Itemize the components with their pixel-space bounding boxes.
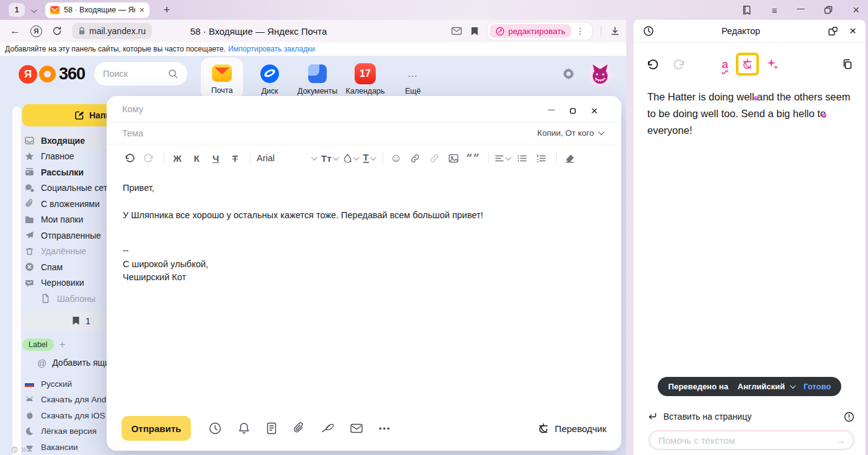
envelope-options-icon[interactable] xyxy=(350,423,363,434)
refresh-icon[interactable] xyxy=(52,26,62,36)
more-options-icon[interactable]: ••• xyxy=(379,424,391,433)
cc-from-toggle[interactable]: Копии, От кого xyxy=(538,128,603,138)
language-select[interactable]: Английский xyxy=(738,382,794,391)
copy-text-icon[interactable] xyxy=(841,58,853,70)
user-avatar[interactable] xyxy=(588,62,613,87)
search-input[interactable]: Поиск xyxy=(94,62,187,86)
service-disk-tab[interactable]: Диск xyxy=(249,58,291,95)
bookmarked-messages-filter[interactable]: 1 xyxy=(22,312,107,330)
info-icon[interactable] xyxy=(844,412,854,422)
open-in-window-icon[interactable] xyxy=(828,26,838,37)
download-ios-link[interactable]: Скачать для iOS xyxy=(22,408,107,424)
ai-prompt-input[interactable] xyxy=(658,435,831,446)
add-mailbox-button[interactable]: @ Добавить ящик xyxy=(22,358,107,368)
insert-on-page-button[interactable]: Вставить на страницу xyxy=(647,409,854,424)
minimize-window-icon[interactable]: — xyxy=(797,4,804,13)
translator-button[interactable]: Переводчик xyxy=(538,423,606,435)
panel-undo-icon[interactable] xyxy=(646,59,659,70)
emoji-icon[interactable]: ☺ xyxy=(389,151,403,165)
attach-file-icon[interactable] xyxy=(293,422,305,435)
reminder-bell-icon[interactable] xyxy=(237,422,250,435)
done-button[interactable]: Готово xyxy=(804,382,831,391)
browser-menu-icon[interactable]: ≡ xyxy=(772,5,777,15)
strikethrough-button[interactable]: Т xyxy=(228,153,242,164)
settings-gear-icon[interactable] xyxy=(562,67,575,81)
language-switch[interactable]: Русский xyxy=(22,376,107,392)
download-icon[interactable] xyxy=(610,26,620,36)
bookmark-icon[interactable] xyxy=(471,27,479,36)
sidebar-item-social[interactable]: Социальные сети xyxy=(22,180,107,197)
font-size-select[interactable]: Tт xyxy=(321,153,337,164)
remove-link-icon[interactable] xyxy=(428,153,441,164)
sidebar-item-deleted[interactable]: Удалённые xyxy=(22,244,107,260)
italic-button[interactable]: К xyxy=(190,153,203,164)
highlight-color-select[interactable] xyxy=(343,153,358,163)
template-icon[interactable] xyxy=(266,422,277,435)
clear-formatting-icon[interactable] xyxy=(563,154,577,163)
url-field[interactable]: mail.yandex.ru xyxy=(72,23,152,39)
minimize-compose-icon[interactable]: — xyxy=(548,105,555,113)
close-panel-icon[interactable]: × xyxy=(849,24,856,38)
message-body-editor[interactable]: Привет, У Шляпника все хорошо у остальны… xyxy=(107,172,621,285)
tab-list-chevron-icon[interactable] xyxy=(31,4,35,15)
edit-extension-button[interactable]: редактировать xyxy=(490,24,571,38)
redo-icon[interactable] xyxy=(142,153,156,163)
sidebar-item-spam[interactable]: Спам xyxy=(22,259,107,275)
bookmarks-panel-icon[interactable] xyxy=(742,5,752,15)
tab-counter-button[interactable]: 1 xyxy=(9,3,25,17)
sidebar-item-main[interactable]: Главное xyxy=(22,149,107,165)
subject-field[interactable]: Тема Копии, От кого xyxy=(107,122,621,144)
service-more-tab[interactable]: … Ещё xyxy=(392,58,434,95)
restore-window-icon[interactable] xyxy=(824,6,833,14)
insert-image-icon[interactable] xyxy=(447,154,461,163)
underline-button[interactable]: Ч xyxy=(209,153,223,164)
translate-highlight-box[interactable] xyxy=(736,53,759,76)
to-field[interactable]: Кому — × xyxy=(107,96,621,122)
sidebar-item-inbox[interactable]: Входящие xyxy=(22,133,107,149)
bold-button[interactable]: Ж xyxy=(170,153,184,164)
panel-redo-icon[interactable] xyxy=(673,59,686,70)
yandex-360-logo[interactable]: Я 360 xyxy=(19,64,85,84)
numbered-list-icon[interactable] xyxy=(534,154,548,162)
undo-icon[interactable] xyxy=(123,153,136,163)
tab-close-icon[interactable]: × xyxy=(140,5,144,15)
download-android-link[interactable]: Скачать для Android xyxy=(22,392,107,408)
label-tag[interactable]: Label xyxy=(22,338,54,351)
service-mail-tab[interactable]: Почта xyxy=(201,58,243,99)
translated-text[interactable]: The Hatter is doing well and the others … xyxy=(634,76,866,139)
back-button-icon[interactable]: ← xyxy=(10,25,20,37)
new-tab-button[interactable]: + xyxy=(159,4,174,17)
sidebar-item-templates[interactable]: Шаблоны xyxy=(22,291,107,307)
schedule-send-icon[interactable] xyxy=(208,422,222,435)
sidebar-item-sent[interactable]: Отправленные xyxy=(22,228,107,244)
add-label-icon[interactable]: + xyxy=(60,338,66,351)
compose-button[interactable]: Написать xyxy=(22,104,107,126)
import-bookmarks-link[interactable]: Импортировать закладки xyxy=(228,45,315,53)
pen-signature-icon[interactable] xyxy=(321,422,334,435)
close-window-icon[interactable]: × xyxy=(852,4,859,17)
service-calendar-tab[interactable]: 17 Календарь xyxy=(344,58,386,95)
expand-compose-icon[interactable] xyxy=(570,108,576,114)
light-version-link[interactable]: Лёгкая версия xyxy=(22,423,107,440)
ai-sparkles-icon[interactable] xyxy=(766,58,779,71)
sidebar-item-newsletters[interactable]: Рассылки xyxy=(22,164,107,180)
browser-tab[interactable]: 58 · Входящие — Янде × xyxy=(45,2,149,18)
sidebar-item-drafts[interactable]: Черновики xyxy=(22,275,107,291)
insert-link-icon[interactable] xyxy=(409,153,422,164)
sidebar-item-my-folders[interactable]: Мои папки xyxy=(22,212,107,228)
mail-notification-icon[interactable] xyxy=(451,27,462,35)
font-family-select[interactable]: Arial xyxy=(257,153,316,163)
vacancies-link[interactable]: Вакансии xyxy=(22,440,107,455)
yandex-browser-icon[interactable]: Я xyxy=(30,25,42,37)
send-button[interactable]: Отправить xyxy=(122,416,191,441)
bullet-list-icon[interactable] xyxy=(515,154,529,162)
quote-icon[interactable]: “” xyxy=(466,152,480,165)
service-docs-tab[interactable]: Документы xyxy=(296,58,339,95)
text-color-select[interactable]: T xyxy=(363,153,374,163)
spellcheck-icon[interactable]: a xyxy=(722,58,728,70)
submit-prompt-icon[interactable]: → xyxy=(831,434,849,447)
align-select[interactable] xyxy=(495,154,510,162)
extension-menu-icon[interactable]: ⋮ xyxy=(571,26,590,36)
history-clock-icon[interactable] xyxy=(643,25,654,37)
sidebar-item-attachments[interactable]: С вложениями xyxy=(22,196,107,212)
